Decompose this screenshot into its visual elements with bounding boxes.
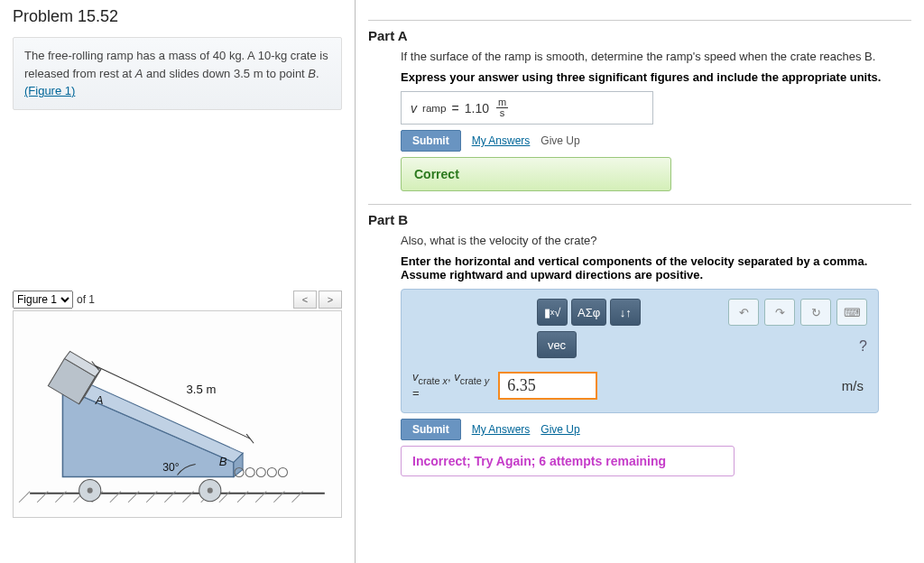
part-b-feedback: Incorrect; Try Again; 6 attempts remaini… [401,446,735,476]
angle-label: 30° [162,461,179,474]
undo-button[interactable]: ↶ [728,299,759,326]
part-a-question: If the surface of the ramp is smooth, de… [401,49,911,65]
svg-point-29 [256,467,265,476]
problem-title: Problem 15.52 [13,7,342,26]
figure-of-label: of 1 [77,293,95,306]
problem-statement: The free-rolling ramp has a mass of 40 k… [13,37,342,110]
point-b: B [308,67,316,80]
figure-pager: Figure 1 of 1 < > [13,291,342,309]
svg-point-24 [88,487,93,493]
point-a: A [135,67,143,80]
part-b-question: Also, what is the velocity of the crate? [401,233,911,249]
part-a-var: v [411,101,417,115]
keyboard-button[interactable]: ⌨ [836,299,867,326]
part-b-answer-input[interactable]: 6.35 [498,372,597,400]
part-a-submit-button[interactable]: Submit [401,130,461,152]
figure-prev-button[interactable]: < [293,291,317,309]
svg-marker-17 [62,387,234,476]
part-b-instructions: Enter the horizontal and vertical compon… [401,254,911,282]
svg-point-30 [267,467,276,476]
part-b-title: Part B [368,212,911,227]
part-b-giveup-link[interactable]: Give Up [541,423,579,436]
help-icon[interactable]: ? [859,338,867,355]
figure-next-button[interactable]: > [319,291,342,309]
templates-button[interactable]: ▮x√ [537,299,568,326]
problem-text-2: and slides down 3.5 m to point [143,67,309,80]
part-a-answer-box: vramp = 1.10 m s [401,91,653,125]
part-b-unit: m/s [842,378,864,393]
svg-point-31 [278,467,287,476]
symbols-button[interactable]: ΑΣφ [571,299,606,326]
part-a-instructions: Express your answer using three signific… [401,70,911,84]
figure-canvas: 3.5 m A B 30° [13,310,342,518]
redo-button[interactable]: ↷ [764,299,795,326]
part-b-submit-button[interactable]: Submit [401,419,461,440]
part-a-giveup-link[interactable]: Give Up [541,134,579,147]
figure-select[interactable]: Figure 1 [13,291,73,309]
part-a-eq: = [452,101,459,115]
part-b-variable-label: vcrate x, vcrate y= [412,371,489,400]
label-a: A [95,392,104,406]
part-b-my-answers-link[interactable]: My Answers [472,423,531,436]
part-a-feedback: Correct [401,157,671,191]
figure-link[interactable]: (Figure 1) [24,84,75,97]
part-a-sub: ramp [422,102,447,114]
problem-text-3: . [316,67,319,80]
svg-line-1 [19,491,30,502]
svg-line-34 [246,434,254,443]
part-a-my-answers-link[interactable]: My Answers [472,134,531,147]
unit-den: s [500,108,505,118]
arrows-button[interactable]: ↓↑ [610,299,641,326]
length-label: 3.5 m [187,382,217,395]
label-b: B [219,455,227,468]
svg-point-26 [208,487,213,493]
svg-point-28 [245,467,254,476]
reset-button[interactable]: ↻ [800,299,831,326]
part-a-title: Part A [368,28,911,43]
vec-button[interactable]: vec [537,331,577,358]
part-a-value: 1.10 [465,101,489,115]
answer-input-panel: ▮x√ ΑΣφ ↓↑ ↶ ↷ ↻ ⌨ vec ? vcrate x, vcrat… [401,289,879,413]
